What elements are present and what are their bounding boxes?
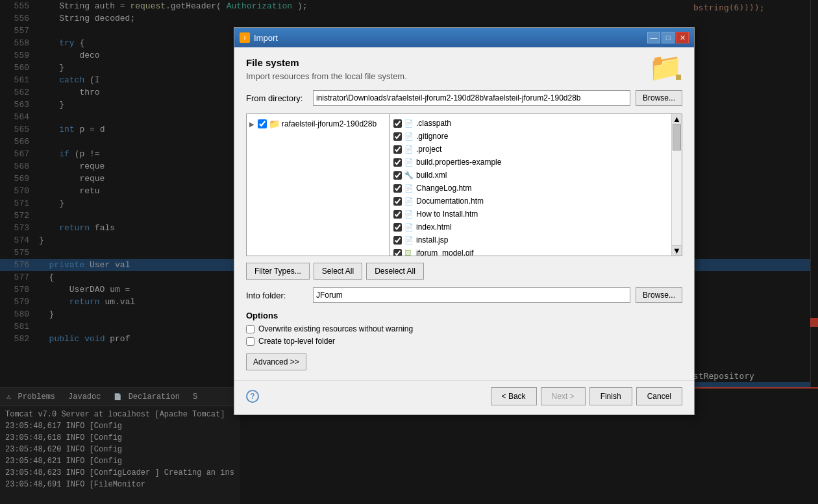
file-type-icon: 🔧	[404, 171, 414, 180]
file-type-icon: 📄	[404, 197, 414, 206]
file-label: index.html	[416, 222, 452, 232]
overwrite-checkbox[interactable]	[246, 325, 254, 333]
file-label: Documentation.htm	[416, 197, 484, 206]
overwrite-option-row: Overwrite existing resources without war…	[246, 324, 682, 333]
advanced-button[interactable]: Advanced >>	[246, 354, 306, 370]
footer-buttons: < Back Next > Finish Cancel	[491, 387, 682, 405]
into-folder-browse-button[interactable]: Browse...	[636, 287, 682, 303]
file-label: build.properties-example	[416, 158, 501, 167]
into-folder-label: Into folder:	[246, 291, 308, 300]
dialog-section-subtitle: Import resources from the local file sys…	[246, 71, 682, 81]
svg-text:I: I	[244, 35, 245, 41]
deselect-all-button[interactable]: Deselect All	[366, 263, 424, 280]
scrollbar-up-button[interactable]: ▲	[672, 114, 682, 125]
filter-types-button[interactable]: Filter Types...	[246, 263, 310, 280]
tree-item[interactable]: ▶ 📁 rafaelsteil-jforum2-190d28b	[247, 117, 389, 131]
options-title: Options	[246, 311, 682, 320]
file-checkbox[interactable]	[393, 119, 402, 128]
cancel-button[interactable]: Cancel	[636, 387, 682, 405]
footer-left: ?	[246, 390, 259, 403]
file-label: ChangeLog.htm	[416, 184, 471, 193]
file-type-icon: 📄	[404, 184, 414, 193]
back-button[interactable]: < Back	[491, 387, 537, 405]
dialog-title-icon: I	[240, 32, 250, 43]
list-item: 📄 ChangeLog.htm	[390, 182, 671, 195]
into-folder-row: Into folder: Browse...	[246, 287, 682, 303]
list-item: 📄 Documentation.htm	[390, 195, 671, 208]
file-type-icon: 📄	[404, 210, 414, 219]
finish-button[interactable]: Finish	[589, 387, 632, 405]
tree-expand-arrow[interactable]: ▶	[249, 121, 256, 128]
file-type-icon: 📄	[404, 223, 414, 232]
file-label: .classpath	[416, 119, 451, 128]
file-checkbox[interactable]	[393, 210, 402, 219]
file-label: .project	[416, 145, 441, 154]
file-list-scrollbar[interactable]: ▲ ▼	[671, 114, 682, 256]
list-item: 📄 .gitignore	[390, 130, 671, 143]
list-item: 📄 .classpath	[390, 117, 671, 130]
folder-icon: 📁	[269, 119, 280, 129]
select-all-button[interactable]: Select All	[314, 263, 362, 280]
file-label: build.xml	[416, 171, 447, 180]
action-buttons: Filter Types... Select All Deselect All	[246, 263, 682, 280]
file-checkbox[interactable]	[393, 236, 402, 245]
from-directory-browse-button[interactable]: Browse...	[636, 90, 682, 106]
dialog-body: 📁 File system Import resources from the …	[234, 47, 694, 380]
import-dialog: I Import — □ ✕ 📁 File system Import reso…	[234, 27, 695, 415]
help-icon[interactable]: ?	[246, 390, 259, 403]
file-type-icon: 📄	[404, 132, 414, 141]
into-folder-input[interactable]	[313, 287, 630, 303]
list-item: 📄 install.jsp	[390, 234, 671, 246]
file-checkbox[interactable]	[393, 197, 402, 206]
list-item: 🖼 jforum_model.gif	[390, 246, 671, 256]
file-type-icon: 📄	[404, 145, 414, 154]
file-label: .gitignore	[416, 132, 448, 141]
scrollbar-thumb[interactable]	[673, 125, 681, 150]
file-checkbox[interactable]	[393, 132, 402, 141]
maximize-button[interactable]: □	[662, 32, 675, 43]
file-checkbox[interactable]	[393, 223, 402, 232]
from-directory-row: From directory: Browse...	[246, 90, 682, 106]
list-item: 📄 build.properties-example	[390, 156, 671, 169]
next-button[interactable]: Next >	[541, 387, 586, 405]
file-list: 📄 .classpath 📄 .gitignore 📄 .project 📄	[390, 114, 671, 256]
list-item: 📄 How to Install.htm	[390, 208, 671, 221]
tree-checkbox[interactable]	[258, 119, 267, 128]
dialog-section-title: File system	[246, 57, 682, 68]
file-checkbox[interactable]	[393, 145, 402, 154]
dialog-title-text: Import	[254, 33, 278, 43]
dialog-title-left: I Import	[240, 32, 278, 43]
create-top-level-option-row: Create top-level folder	[246, 337, 682, 346]
file-checkbox[interactable]	[393, 158, 402, 167]
file-checkbox[interactable]	[393, 171, 402, 180]
file-label: How to Install.htm	[416, 210, 478, 219]
dialog-footer: ? < Back Next > Finish Cancel	[234, 380, 694, 414]
from-directory-input[interactable]	[313, 90, 630, 106]
scrollbar-down-button[interactable]: ▼	[672, 245, 682, 256]
create-top-level-label: Create top-level folder	[258, 337, 335, 346]
file-tree: ▶ 📁 rafaelsteil-jforum2-190d28b	[247, 114, 390, 256]
file-checkbox[interactable]	[393, 184, 402, 193]
minimize-button[interactable]: —	[647, 32, 660, 43]
create-top-level-checkbox[interactable]	[246, 337, 254, 346]
file-area: ▶ 📁 rafaelsteil-jforum2-190d28b 📄 .class…	[246, 114, 682, 256]
list-item: 📄 .project	[390, 143, 671, 156]
from-directory-label: From directory:	[246, 93, 308, 103]
file-label: jforum_model.gif	[416, 248, 474, 256]
list-item: 📄 index.html	[390, 221, 671, 234]
options-section: Options Overwrite existing resources wit…	[246, 311, 682, 346]
file-type-icon: 📄	[404, 119, 414, 128]
dialog-controls: — □ ✕	[647, 32, 689, 43]
file-type-icon: 🖼	[404, 249, 414, 256]
file-type-icon: 📄	[404, 236, 414, 245]
dialog-titlebar: I Import — □ ✕	[234, 28, 694, 47]
tree-label: rafaelsteil-jforum2-190d28b	[282, 119, 377, 128]
file-type-icon: 📄	[404, 158, 414, 167]
file-checkbox[interactable]	[393, 249, 402, 256]
overwrite-label: Overwrite existing resources without war…	[258, 324, 413, 333]
list-item: 🔧 build.xml	[390, 169, 671, 182]
dialog-folder-decoration: 📁	[649, 54, 682, 81]
close-button[interactable]: ✕	[676, 32, 689, 43]
file-label: install.jsp	[416, 235, 448, 245]
